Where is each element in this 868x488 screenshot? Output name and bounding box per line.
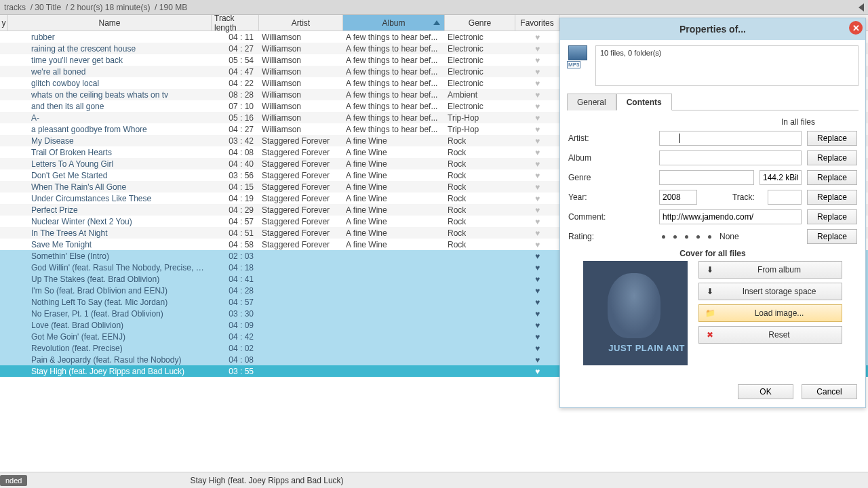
heart-icon[interactable]: ♥	[515, 102, 559, 111]
heart-icon[interactable]: ♥	[515, 90, 559, 100]
track-genre: Rock	[445, 171, 515, 180]
track-name: whats on the ceiling beats whats on tv	[8, 90, 212, 100]
heart-icon[interactable]: ♥	[515, 240, 559, 249]
status-button[interactable]: nded	[0, 475, 27, 486]
genre-select[interactable]	[659, 170, 754, 185]
track-name: a pleasant goodbye from Whore	[8, 125, 212, 134]
close-icon[interactable]: ✕	[849, 21, 863, 35]
heart-icon[interactable]: ♥	[515, 194, 559, 203]
heart-icon[interactable]: ♥	[515, 367, 559, 376]
track-artist: Staggered Forever	[259, 182, 343, 192]
heart-icon[interactable]: ♥	[515, 56, 559, 65]
crumb-tracks[interactable]: tracks	[4, 3, 26, 12]
heart-icon[interactable]: ♥	[515, 321, 559, 330]
heart-icon[interactable]: ♥	[515, 136, 559, 146]
heart-icon[interactable]: ♥	[515, 171, 559, 180]
track-genre: Ambient	[445, 90, 515, 100]
track-artist: Staggered Forever	[259, 240, 343, 249]
heart-icon[interactable]: ♥	[515, 182, 559, 192]
heart-icon[interactable]: ♥	[515, 217, 559, 226]
track-album: A fine Wine	[343, 240, 445, 249]
track-length: 04 : 40	[212, 159, 259, 169]
in-all-files-label: In all files	[568, 117, 857, 127]
cancel-button[interactable]: Cancel	[802, 384, 857, 399]
heart-icon[interactable]: ♥	[515, 344, 559, 353]
col-album[interactable]: Album	[343, 15, 445, 30]
track-artist: Williamson	[259, 33, 343, 42]
breadcrumb-bar: tracks / 30 Title / 2 hour(s) 18 minute(…	[0, 0, 868, 15]
heart-icon[interactable]: ♥	[515, 228, 559, 238]
replace-album-button[interactable]: Replace	[807, 150, 857, 165]
track-album: A few things to hear bef...	[343, 113, 445, 123]
collapse-icon[interactable]	[859, 3, 864, 12]
replace-comment-button[interactable]: Replace	[807, 209, 857, 224]
col-favorites[interactable]: Favorites	[515, 15, 559, 30]
filetype-icon: MP3	[567, 45, 590, 68]
tabs: General Contents	[567, 93, 859, 110]
track-name: Revolution (feat. Precise)	[8, 344, 212, 353]
reset-cover-button[interactable]: ✖ Reset	[698, 326, 842, 344]
heart-icon[interactable]: ♥	[515, 79, 559, 88]
track-name: Save Me Tonight	[8, 240, 212, 249]
track-genre: Electronic	[445, 33, 515, 42]
heart-icon[interactable]: ♥	[515, 148, 559, 157]
tab-general[interactable]: General	[567, 94, 616, 110]
heart-icon[interactable]: ♥	[515, 332, 559, 342]
track-artist: Staggered Forever	[259, 217, 343, 226]
tab-contents[interactable]: Contents	[616, 94, 672, 110]
track-length: 04 : 41	[212, 274, 259, 284]
heart-icon[interactable]: ♥	[515, 159, 559, 169]
heart-icon[interactable]: ♥	[515, 125, 559, 134]
panel-title-text: Properties of...	[679, 24, 746, 35]
col-genre[interactable]: Genre	[445, 15, 515, 30]
track-genre: Trip-Hop	[445, 113, 515, 123]
track-name: rubber	[8, 33, 212, 42]
comment-input[interactable]	[659, 209, 802, 224]
replace-artist-button[interactable]: Replace	[807, 131, 857, 146]
load-image-button[interactable]: 📁 Load image...	[698, 304, 842, 322]
track-name: raining at the crescent house	[8, 44, 212, 54]
heart-icon[interactable]: ♥	[515, 274, 559, 284]
heart-icon[interactable]: ♥	[515, 113, 559, 123]
year-input[interactable]	[659, 190, 697, 205]
heart-icon[interactable]: ♥	[515, 286, 559, 296]
track-genre: Electronic	[445, 67, 515, 77]
download-icon: ⬇	[705, 287, 715, 296]
heart-icon[interactable]: ♥	[515, 251, 559, 261]
track-album: A fine Wine	[343, 182, 445, 192]
track-length: 04 : 28	[212, 286, 259, 296]
col-stub[interactable]: y	[0, 15, 8, 30]
track-length: 04 : 42	[212, 332, 259, 342]
artist-input[interactable]	[659, 131, 802, 146]
album-input[interactable]	[659, 150, 802, 165]
col-tracklength[interactable]: Track length	[212, 15, 259, 30]
heart-icon[interactable]: ♥	[515, 67, 559, 77]
insert-storage-button[interactable]: ⬇ Insert storage space	[698, 283, 842, 300]
heart-icon[interactable]: ♥	[515, 263, 559, 272]
track-album: A few things to hear bef...	[343, 67, 445, 77]
heart-icon[interactable]: ♥	[515, 44, 559, 54]
heart-icon[interactable]: ♥	[515, 309, 559, 319]
track-name: No Eraser, Pt. 1 (feat. Brad Oblivion)	[8, 309, 212, 319]
heart-icon[interactable]: ♥	[515, 33, 559, 42]
track-album: A few things to hear bef...	[343, 102, 445, 111]
track-artist: Staggered Forever	[259, 171, 343, 180]
from-album-button[interactable]: ⬇ From album	[698, 261, 842, 279]
col-name[interactable]: Name	[8, 15, 212, 30]
heart-icon[interactable]: ♥	[515, 205, 559, 215]
ok-button[interactable]: OK	[738, 384, 793, 399]
track-input[interactable]	[768, 190, 802, 205]
track-album: A fine Wine	[343, 217, 445, 226]
replace-genre-button[interactable]: Replace	[807, 170, 857, 185]
rating-stars[interactable]: None	[659, 232, 802, 241]
track-name: A-	[8, 113, 212, 123]
heart-icon[interactable]: ♥	[515, 298, 559, 307]
heart-icon[interactable]: ♥	[515, 355, 559, 365]
track-genre: Rock	[445, 194, 515, 203]
cover-image[interactable]: JUST PLAIN ANT	[583, 261, 688, 365]
col-artist[interactable]: Artist	[259, 15, 343, 30]
track-label: Track:	[732, 192, 762, 202]
replace-year-button[interactable]: Replace	[807, 190, 857, 205]
replace-rating-button[interactable]: Replace	[807, 229, 857, 244]
track-genre: Rock	[445, 136, 515, 146]
